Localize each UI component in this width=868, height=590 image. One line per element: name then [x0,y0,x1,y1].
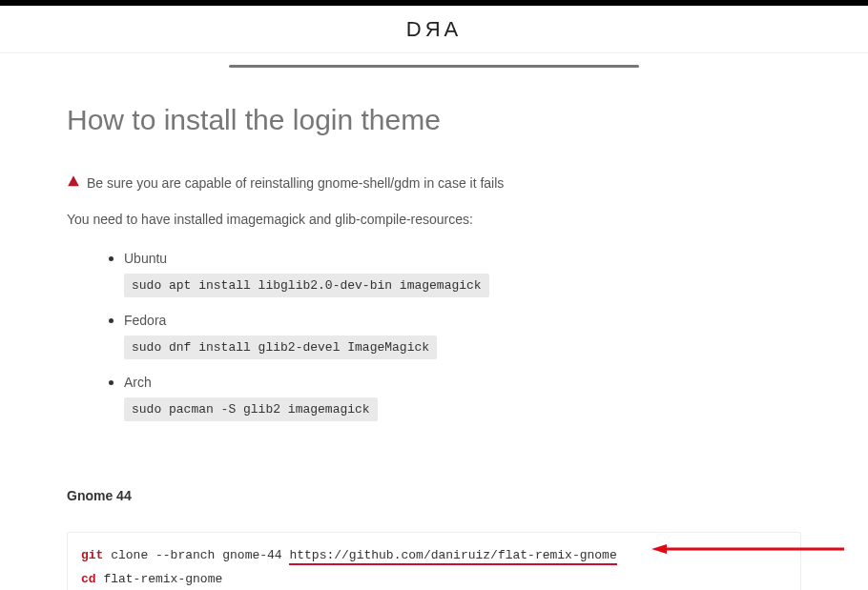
intro-text: You need to have installed imagemagick a… [67,212,801,227]
warning-icon [67,174,80,191]
code-block: git clone --branch gnome-44 https://gith… [67,532,801,590]
page-title: How to install the login theme [67,104,801,136]
code-inline: sudo dnf install glib2-devel ImageMagick [124,336,437,359]
code-url: https://github.com/daniruiz/flat-remix-g… [289,548,616,565]
content-area: How to install the login theme Be sure y… [0,65,868,590]
code-text: clone --branch gnome-44 [103,548,289,562]
code-text: flat-remix-gnome [96,572,223,586]
code-line: cd flat-remix-gnome [81,568,787,590]
list-item: Fedora sudo dnf install glib2-devel Imag… [124,312,801,359]
svg-marker-1 [651,544,667,554]
code-inline: sudo pacman -S glib2 imagemagick [124,397,378,421]
list-item: Ubuntu sudo apt install libglib2.0-dev-b… [124,250,801,297]
annotation-arrow-icon [644,541,854,557]
warning-line: Be sure you are capable of reinstalling … [67,174,801,191]
keyword: git [81,548,103,562]
site-header: DЯA [0,6,868,53]
warning-text: Be sure you are capable of reinstalling … [87,175,504,191]
distro-list: Ubuntu sudo apt install libglib2.0-dev-b… [67,250,801,421]
logo[interactable]: DЯA [406,17,462,42]
distro-name: Fedora [124,313,801,328]
divider-bar [229,65,639,68]
code-inline: sudo apt install libglib2.0-dev-bin imag… [124,274,489,297]
keyword: cd [81,572,96,586]
section-label: Gnome 44 [67,488,801,503]
distro-name: Arch [124,375,801,390]
distro-name: Ubuntu [124,251,801,266]
list-item: Arch sudo pacman -S glib2 imagemagick [124,374,801,421]
